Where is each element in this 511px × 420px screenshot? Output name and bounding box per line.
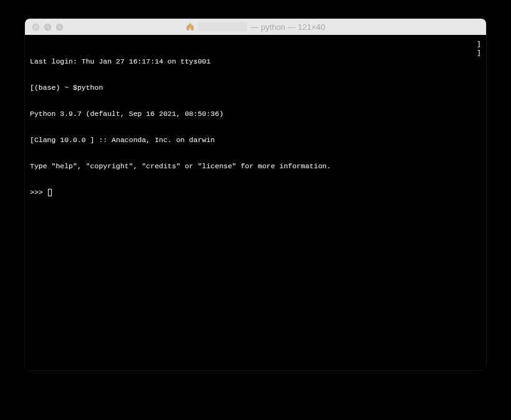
bracket: [: [30, 84, 34, 92]
terminal-line: [Clang 10.0.0 ] :: Anaconda, Inc. on dar…: [30, 136, 481, 145]
title-user-dir: [198, 22, 247, 31]
terminal-line: [(base) ~ $python: [30, 84, 481, 92]
home-icon: [186, 22, 194, 31]
terminal-line: Type "help", "copyright", "credits" or "…: [30, 162, 481, 171]
prompt-text: (base) ~ $python: [34, 84, 103, 92]
title-suffix: — python — 121×40: [251, 22, 325, 32]
terminal-line: Python 3.9.7 (default, Sep 16 2021, 08:5…: [30, 110, 481, 118]
terminal-window: — python — 121×40 Last login: Thu Jan 27…: [25, 19, 486, 370]
cursor: [48, 189, 52, 196]
bracket: ]: [477, 40, 481, 49]
close-button[interactable]: [32, 24, 39, 31]
zoom-button[interactable]: [56, 24, 63, 31]
bracket: ]: [477, 49, 481, 57]
terminal-content[interactable]: Last login: Thu Jan 27 16:17:14 on ttys0…: [25, 35, 486, 370]
repl-prompt: >>>: [30, 188, 47, 197]
traffic-lights: [25, 24, 63, 31]
repl-prompt-line: >>>: [30, 188, 481, 197]
titlebar[interactable]: — python — 121×40: [25, 19, 486, 35]
minimize-button[interactable]: [44, 24, 51, 31]
terminal-line: Last login: Thu Jan 27 16:17:14 on ttys0…: [30, 57, 481, 66]
window-title: — python — 121×40: [25, 19, 486, 35]
